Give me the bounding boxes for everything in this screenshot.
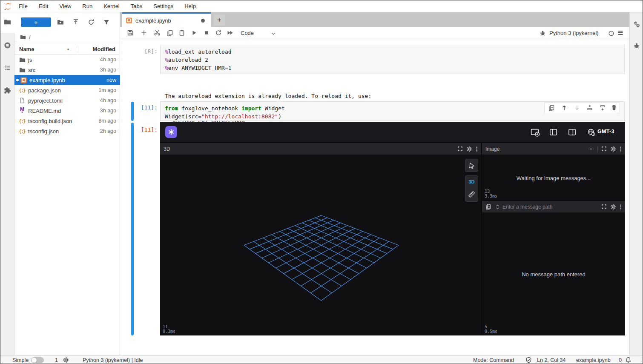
bell-icon[interactable]	[625, 357, 632, 363]
insert-cell-above-icon[interactable]	[586, 104, 593, 111]
interrupt-kernel-icon[interactable]	[203, 29, 210, 36]
kernel-chip-icon[interactable]	[63, 357, 69, 363]
new-launcher-button[interactable]: +	[21, 17, 51, 27]
file-browser-tab-icon[interactable]	[4, 18, 11, 26]
delete-cell-icon[interactable]	[611, 104, 617, 111]
file-row-tsconfig-json[interactable]: {:} tsconfig.json 2h ago	[14, 126, 120, 136]
restart-kernel-icon[interactable]	[215, 29, 222, 36]
cut-cells-icon[interactable]	[154, 29, 161, 36]
menu-edit[interactable]: Edit	[33, 3, 54, 9]
copy-cells-icon[interactable]	[166, 29, 173, 36]
file-row-src[interactable]: src 3h ago	[14, 65, 120, 75]
file-row-tsconfig-build-json[interactable]: {:} tsconfig.build.json 8m ago	[14, 116, 120, 126]
left-sidebar-toggle-icon[interactable]	[549, 128, 558, 137]
debugger-bug-icon[interactable]	[539, 29, 546, 36]
panel-body-3d[interactable]: 11 0.3ms 3D	[160, 155, 481, 335]
add-panel-icon[interactable]	[530, 127, 540, 137]
move-cell-down-icon[interactable]	[574, 104, 580, 111]
running-sessions-tab-icon[interactable]	[4, 42, 11, 49]
duplicate-cell-icon[interactable]	[548, 104, 555, 111]
fullscreen-icon[interactable]	[457, 146, 463, 152]
pan-move-icon[interactable]	[588, 146, 594, 152]
file-list-header[interactable]: Name ▲ Modified	[14, 44, 120, 54]
trust-shield-icon[interactable]	[525, 357, 532, 363]
property-inspector-gears-icon[interactable]	[633, 20, 640, 28]
restart-run-all-icon[interactable]	[227, 29, 233, 36]
table-of-contents-tab-icon[interactable]	[4, 64, 11, 72]
paste-cells-icon[interactable]	[178, 29, 185, 36]
cell-8-editor[interactable]: %load_ext autoreload %autoreload 2 %env …	[160, 45, 625, 74]
insert-cell-icon[interactable]	[141, 29, 147, 36]
extensions-tab-icon[interactable]	[4, 87, 11, 94]
panel-body-raw-messages[interactable]: No message path entered 5 0.5ms	[482, 212, 625, 335]
column-modified-label[interactable]: Modified	[93, 46, 115, 52]
timezone-label[interactable]: GMT-3	[597, 129, 614, 135]
insert-cell-below-icon[interactable]	[599, 104, 606, 111]
panel-header-raw-messages[interactable]: Enter a message path	[482, 201, 625, 212]
tab-example-ipynb[interactable]: example.ipynb	[122, 12, 211, 27]
menu-tabs[interactable]: Tabs	[125, 3, 148, 9]
move-cell-up-icon[interactable]	[561, 104, 568, 111]
gear-icon[interactable]	[466, 146, 472, 152]
measure-ruler-icon[interactable]	[468, 191, 475, 198]
kernel-status-icon[interactable]	[608, 30, 614, 37]
kernel-sessions-count[interactable]: 1	[55, 357, 58, 363]
menu-file[interactable]: File	[13, 3, 33, 9]
kernel-name-button[interactable]: Python 3 (ipykernel)	[549, 30, 599, 36]
folder-icon	[19, 66, 26, 73]
timezone-globe-icon[interactable]	[587, 128, 595, 136]
notification-count[interactable]: 0	[619, 357, 622, 363]
refresh-icon[interactable]	[88, 19, 95, 26]
debugger-bug-icon[interactable]	[633, 42, 640, 49]
fullscreen-icon[interactable]	[601, 146, 607, 152]
foxglove-logo-icon[interactable]	[165, 126, 177, 138]
kebab-menu-icon[interactable]	[620, 146, 622, 152]
kernel-status-text[interactable]: Python 3 (ipykernel) | Idle	[83, 357, 143, 363]
simple-mode-toggle[interactable]	[31, 357, 44, 363]
kebab-menu-icon[interactable]	[620, 204, 622, 210]
menu-run[interactable]: Run	[77, 3, 98, 9]
menu-help[interactable]: Help	[179, 3, 201, 9]
file-name: tsconfig.json	[28, 128, 59, 135]
panel-header-image[interactable]: Image	[482, 143, 625, 155]
right-sidebar-toggle-icon[interactable]	[568, 128, 577, 137]
panel-header-3d[interactable]: 3D	[160, 143, 481, 155]
hamburger-menu-icon[interactable]	[617, 29, 624, 36]
breadcrumb[interactable]: /	[29, 34, 31, 40]
file-modified: 8m ago	[98, 118, 116, 124]
file-row-pyproject-toml[interactable]: pyproject.toml 4h ago	[14, 95, 120, 106]
gear-icon[interactable]	[610, 204, 616, 210]
breadcrumb-home-icon[interactable]	[20, 34, 26, 40]
file-row-readme-md[interactable]: M▼ README.md 3h ago	[14, 106, 120, 116]
kebab-menu-icon[interactable]	[476, 146, 478, 152]
cursor-position[interactable]: Ln 2, Col 34	[537, 357, 565, 363]
file-row-package-json[interactable]: {:} package.json 1m ago	[14, 85, 120, 95]
file-name: example.ipynb	[29, 77, 65, 83]
image-empty-message: Waiting for image messages...	[482, 175, 625, 181]
fullscreen-icon[interactable]	[601, 204, 607, 209]
save-icon[interactable]	[127, 29, 134, 36]
file-row-js[interactable]: js 4h ago	[14, 54, 120, 65]
column-name-label[interactable]: Name	[19, 46, 34, 52]
camera-select-button[interactable]	[465, 159, 478, 172]
upload-icon[interactable]	[72, 19, 79, 26]
gear-icon[interactable]	[610, 146, 616, 152]
new-tab-button[interactable]: +	[214, 14, 225, 26]
menu-kernel[interactable]: Kernel	[98, 3, 125, 9]
command-mode-indicator[interactable]: Mode: Command	[473, 357, 514, 363]
filter-icon[interactable]	[103, 19, 110, 26]
input-prompt-8: [8]:	[120, 48, 158, 54]
cell-type-select[interactable]: Code	[241, 30, 254, 36]
run-cell-icon[interactable]	[191, 29, 198, 36]
message-path-input[interactable]: Enter a message path	[502, 204, 552, 210]
menu-settings[interactable]: Settings	[148, 3, 179, 9]
3d-view-toggle[interactable]: 3D	[468, 179, 474, 184]
cell-11-output-collapser[interactable]	[131, 123, 134, 335]
menu-view[interactable]: View	[54, 3, 77, 9]
unsaved-changes-dot-icon[interactable]	[201, 19, 205, 23]
file-row-example-ipynb-selected[interactable]: example.ipynb now	[14, 75, 120, 85]
sort-toggle-icon[interactable]	[495, 204, 500, 210]
jupyterlab-window: File Edit View Run Kernel Tabs Settings …	[0, 0, 643, 364]
new-folder-icon[interactable]	[57, 19, 64, 26]
panel-body-image[interactable]: Waiting for image messages... 13 3.3ms	[482, 155, 625, 200]
